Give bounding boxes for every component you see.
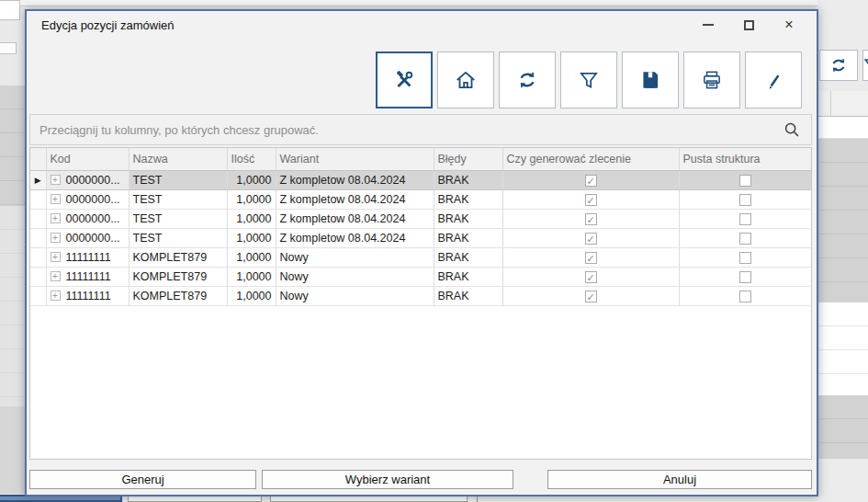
cell-nazwa[interactable]: TEST — [129, 228, 227, 247]
cell-kod[interactable]: +0000000... — [46, 228, 129, 247]
cell-czy-generowac[interactable]: ✓ — [502, 189, 679, 209]
search-icon[interactable] — [782, 120, 811, 140]
background-filter-button[interactable] — [862, 50, 868, 81]
expand-icon[interactable]: + — [51, 213, 61, 223]
column-header-nazwa[interactable]: Nazwa — [129, 148, 227, 170]
expand-icon[interactable]: + — [51, 175, 61, 185]
checkbox-unchecked[interactable] — [739, 271, 751, 283]
save-button[interactable] — [622, 51, 679, 108]
print-button[interactable] — [683, 51, 740, 108]
cell-czy-generowac[interactable]: ✓ — [502, 209, 679, 228]
expand-icon[interactable]: + — [51, 271, 61, 281]
expand-icon[interactable]: + — [51, 252, 61, 262]
cell-pusta-struktura[interactable] — [679, 209, 811, 228]
cell-czy-generowac[interactable]: ✓ — [502, 170, 679, 189]
tools-button[interactable] — [376, 51, 433, 108]
cell-czy-generowac[interactable]: ✓ — [502, 228, 679, 247]
cell-kod[interactable]: +0000000... — [46, 170, 129, 189]
checkbox-unchecked[interactable] — [739, 175, 751, 187]
cell-wariant[interactable]: Nowy — [276, 286, 434, 305]
close-button[interactable]: × — [769, 11, 809, 39]
cell-bledy[interactable]: BRAK — [434, 228, 502, 247]
table-row[interactable]: +11111111 KOMPLET879 1,0000 Nowy BRAK ✓ — [30, 247, 811, 267]
cell-nazwa[interactable]: TEST — [129, 189, 227, 209]
cell-kod[interactable]: +11111111 — [46, 267, 129, 286]
checkbox-unchecked[interactable] — [739, 252, 751, 264]
cell-bledy[interactable]: BRAK — [434, 189, 502, 209]
checkbox-checked[interactable]: ✓ — [585, 252, 597, 264]
column-header-wariant[interactable]: Wariant — [276, 148, 434, 170]
cell-nazwa[interactable]: TEST — [129, 170, 227, 189]
cell-czy-generowac[interactable]: ✓ — [502, 286, 679, 305]
cell-pusta-struktura[interactable] — [679, 286, 811, 305]
column-header-pusta-struktura[interactable]: Pusta struktura — [679, 148, 811, 170]
checkbox-unchecked[interactable] — [739, 233, 751, 245]
column-header-czy-generowac[interactable]: Czy generować zlecenie — [502, 148, 679, 170]
minimize-button[interactable] — [688, 11, 728, 39]
column-header-ilosc[interactable]: Ilość — [227, 148, 276, 170]
checkbox-checked[interactable]: ✓ — [585, 175, 597, 187]
table-row[interactable]: +0000000... TEST 1,0000 Z kompletow 08.0… — [30, 228, 811, 247]
table-row[interactable]: ▶ +0000000... TEST 1,0000 Z kompletow 08… — [30, 170, 811, 189]
cell-pusta-struktura[interactable] — [679, 189, 811, 209]
cell-bledy[interactable]: BRAK — [434, 209, 502, 228]
edit-button[interactable] — [745, 51, 802, 108]
cell-pusta-struktura[interactable] — [679, 228, 811, 247]
cell-nazwa[interactable]: KOMPLET879 — [129, 247, 227, 267]
checkbox-unchecked[interactable] — [739, 291, 751, 302]
table-row[interactable]: +11111111 KOMPLET879 1,0000 Nowy BRAK ✓ — [30, 286, 811, 305]
cell-pusta-struktura[interactable] — [679, 247, 811, 267]
cell-kod[interactable]: +0000000... — [46, 209, 129, 228]
cell-bledy[interactable]: BRAK — [434, 247, 502, 267]
refresh-button[interactable] — [499, 51, 556, 108]
cell-pusta-struktura[interactable] — [679, 170, 811, 189]
cell-ilosc[interactable]: 1,0000 — [227, 170, 276, 189]
group-by-panel[interactable]: Przeciągnij tu kolumny, po których chces… — [29, 114, 812, 145]
cell-nazwa[interactable]: TEST — [129, 209, 227, 228]
checkbox-unchecked[interactable] — [739, 213, 751, 225]
cancel-button[interactable]: Anuluj — [547, 470, 812, 489]
home-button[interactable] — [437, 51, 494, 108]
cell-wariant[interactable]: Z kompletow 08.04.2024 — [276, 189, 434, 209]
column-header-bledy[interactable]: Błędy — [434, 148, 502, 170]
filter-button[interactable] — [560, 51, 617, 108]
cell-nazwa[interactable]: KOMPLET879 — [129, 267, 227, 286]
cell-wariant[interactable]: Nowy — [276, 267, 434, 286]
cell-ilosc[interactable]: 1,0000 — [227, 189, 276, 209]
generate-button[interactable]: Generuj — [29, 470, 256, 489]
cell-bledy[interactable]: BRAK — [434, 286, 502, 305]
background-refresh-button[interactable] — [819, 50, 858, 81]
maximize-button[interactable] — [728, 11, 769, 39]
table-row[interactable]: +0000000... TEST 1,0000 Z kompletow 08.0… — [30, 209, 811, 228]
checkbox-checked[interactable]: ✓ — [585, 194, 597, 206]
cell-pusta-struktura[interactable] — [679, 267, 811, 286]
cell-wariant[interactable]: Z kompletow 08.04.2024 — [276, 209, 434, 228]
cell-ilosc[interactable]: 1,0000 — [227, 228, 276, 247]
cell-nazwa[interactable]: KOMPLET879 — [129, 286, 227, 305]
checkbox-unchecked[interactable] — [739, 194, 751, 206]
checkbox-checked[interactable]: ✓ — [585, 291, 597, 302]
expand-icon[interactable]: + — [51, 233, 61, 243]
cell-ilosc[interactable]: 1,0000 — [227, 286, 276, 305]
checkbox-checked[interactable]: ✓ — [585, 271, 597, 283]
table-row[interactable]: +11111111 KOMPLET879 1,0000 Nowy BRAK ✓ — [30, 267, 811, 286]
column-header-kod[interactable]: Kod — [46, 148, 129, 170]
checkbox-checked[interactable]: ✓ — [585, 233, 597, 245]
cell-ilosc[interactable]: 1,0000 — [227, 209, 276, 228]
cell-wariant[interactable]: Z kompletow 08.04.2024 — [276, 170, 434, 189]
cell-czy-generowac[interactable]: ✓ — [502, 267, 679, 286]
cell-kod[interactable]: +11111111 — [46, 286, 129, 305]
checkbox-checked[interactable]: ✓ — [585, 213, 597, 225]
dialog-titlebar[interactable]: Edycja pozycji zamówień × — [27, 11, 817, 39]
cell-ilosc[interactable]: 1,0000 — [227, 247, 276, 267]
cell-bledy[interactable]: BRAK — [434, 267, 502, 286]
cell-kod[interactable]: +11111111 — [46, 247, 129, 267]
table-row[interactable]: +0000000... TEST 1,0000 Z kompletow 08.0… — [30, 189, 811, 209]
cell-czy-generowac[interactable]: ✓ — [502, 247, 679, 267]
cell-bledy[interactable]: BRAK — [434, 170, 502, 189]
cell-wariant[interactable]: Z kompletow 08.04.2024 — [276, 228, 434, 247]
cell-ilosc[interactable]: 1,0000 — [227, 267, 276, 286]
expand-icon[interactable]: + — [51, 194, 61, 204]
choose-variant-button[interactable]: Wybierz wariant — [262, 470, 513, 489]
cell-wariant[interactable]: Nowy — [276, 247, 434, 267]
